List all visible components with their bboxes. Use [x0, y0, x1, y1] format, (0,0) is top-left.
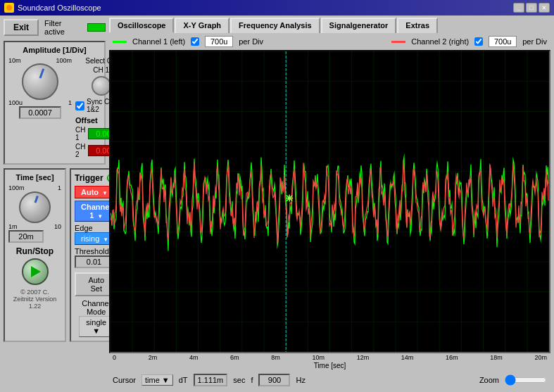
trigger-mode-arrow: ▼	[102, 190, 108, 196]
x-axis-label: Time [sec]	[109, 362, 550, 370]
app-icon	[4, 3, 14, 13]
runstop-title: Run/Stop	[8, 246, 61, 256]
ch1-select-knob[interactable]	[92, 76, 111, 96]
x-axis-labels: 0 2m 4m 6m 8m 10m 12m 14m 16m 18m 20m	[109, 353, 550, 362]
time-knob-wrapper: 100m 1 1m 10	[8, 184, 61, 230]
amp-top-row: 10m 100m 100u 1 Select CH CH 1	[8, 57, 101, 160]
title-bar-left: Soundcard Oszilloscope	[4, 3, 101, 13]
amp-label-tr: 100m	[56, 57, 72, 64]
time-label-tr: 1	[58, 184, 61, 191]
scope-screen[interactable]	[109, 50, 550, 353]
copyright-text: © 2007 C. Zeitnitz Version 1.22	[8, 287, 61, 311]
amplitude-value-input[interactable]	[19, 106, 61, 119]
ch2-label: Channel 2 (right)	[411, 37, 469, 46]
time-label-bl: 1m	[8, 223, 18, 230]
cursor-type-arrow: ▼	[162, 376, 170, 384]
time-value-input[interactable]	[8, 230, 44, 243]
ch1-value-display: 700u	[205, 36, 233, 47]
ch2-per-div-label: per Div	[522, 37, 547, 46]
x-tick-4: 8m	[271, 354, 280, 361]
title-text: Soundcard Oszilloscope	[18, 4, 101, 12]
dt-value: 1.111m	[194, 374, 228, 386]
tab-xy-graph[interactable]: X-Y Graph	[175, 18, 229, 33]
cursor-label: Cursor	[113, 376, 136, 384]
amplitude-knob[interactable]	[22, 63, 58, 100]
x-tick-9: 18m	[490, 354, 503, 361]
amplitude-knob-wrapper: 10m 100m 100u 1	[8, 57, 72, 106]
x-tick-0: 0	[113, 354, 116, 361]
right-panel: Oscilloscope X-Y Graph Frequency Analysi…	[109, 15, 554, 392]
x-tick-3: 6m	[230, 354, 239, 361]
ch1-label: CH 1	[93, 66, 109, 74]
ch1-color-line	[113, 41, 127, 43]
filter-label: Filter active	[44, 19, 82, 36]
x-tick-10: 20m	[534, 354, 547, 361]
time-trigger-row: Time [sec] 100m 1 1m 10 Run/Stop	[4, 168, 106, 342]
dt-label: dT	[179, 376, 188, 384]
amplitude-title: Amplitude [1/Div]	[8, 46, 101, 54]
ch2-offset-label: CH 2	[75, 143, 85, 158]
trigger-mode-label: Auto	[81, 188, 99, 196]
zoom-slider[interactable]	[505, 374, 547, 386]
tab-oscilloscope[interactable]: Oscilloscope	[109, 18, 174, 33]
tab-extras[interactable]: Extras	[397, 18, 438, 33]
sync-checkbox[interactable]	[75, 101, 84, 110]
trigger-channel-label: Channel 1	[81, 203, 111, 220]
cursor-type-dropdown[interactable]: time ▼	[141, 374, 173, 386]
channel-mode-dropdown[interactable]: single ▼	[79, 316, 113, 337]
title-buttons: _ □ ×	[513, 3, 550, 13]
time-title: Time [sec]	[8, 173, 61, 182]
ch1-label: Channel 1 (left)	[132, 37, 185, 46]
title-bar: Soundcard Oszilloscope _ □ ×	[0, 0, 554, 15]
x-tick-6: 12m	[357, 354, 370, 361]
amplitude-knob-indicator	[39, 68, 45, 78]
maximize-button[interactable]: □	[526, 3, 537, 13]
amplitude-knob-area: 10m 100m 100u 1	[8, 57, 72, 119]
left-panel: Exit Filter active Amplitude [1/Div] 10m…	[0, 15, 109, 392]
single-arrow: ▼	[92, 327, 100, 335]
amplitude-panel: Amplitude [1/Div] 10m 100m 100u 1	[4, 41, 106, 165]
dt-unit: sec	[233, 376, 245, 384]
close-button[interactable]: ×	[539, 3, 550, 13]
tabs-row: Oscilloscope X-Y Graph Frequency Analysi…	[109, 18, 550, 33]
exit-button[interactable]: Exit	[4, 19, 39, 36]
amp-label-br: 1	[68, 99, 72, 106]
f-label: f	[251, 376, 253, 384]
amp-label-bl: 100u	[8, 99, 23, 106]
scope-canvas	[111, 51, 549, 352]
time-panel: Time [sec] 100m 1 1m 10 Run/Stop	[4, 168, 66, 342]
tab-frequency-analysis[interactable]: Frequency Analysis	[230, 18, 320, 33]
trigger-title: Trigger	[75, 173, 103, 183]
minimize-button[interactable]: _	[513, 3, 524, 13]
f-value: 900	[258, 374, 290, 386]
time-label-br: 10	[54, 223, 61, 230]
x-tick-1: 2m	[149, 354, 158, 361]
ch1-offset-label: CH 1	[75, 126, 85, 141]
time-knob-indicator	[34, 196, 38, 203]
time-label-tl: 100m	[8, 184, 25, 191]
ch1-checkbox[interactable]	[191, 37, 199, 46]
x-tick-8: 16m	[446, 354, 458, 361]
run-stop-button[interactable]	[22, 258, 49, 285]
exit-filter-row: Exit Filter active	[4, 19, 106, 36]
ch2-checkbox[interactable]	[474, 37, 483, 46]
threshold-input[interactable]	[75, 255, 113, 268]
trigger-mode-button[interactable]: Auto ▼	[75, 186, 114, 198]
runstop-section: Run/Stop	[8, 246, 61, 285]
ch1-per-div-label: per Div	[239, 37, 263, 46]
single-label: single	[86, 318, 106, 327]
amp-label-tl: 10m	[8, 57, 21, 64]
edge-value-label: rising	[81, 234, 99, 243]
time-knob[interactable]	[19, 191, 51, 223]
ch2-color-line	[391, 41, 405, 43]
bottom-bar: Cursor time ▼ dT 1.111m sec f 900 Hz Zoo…	[109, 370, 550, 390]
x-tick-5: 10m	[312, 354, 325, 361]
ch2-value-display: 700u	[489, 36, 517, 47]
filter-indicator	[87, 23, 106, 32]
x-tick-2: 4m	[189, 354, 199, 361]
tab-signalgenerator[interactable]: Signalgenerator	[321, 18, 397, 33]
channel-bar: Channel 1 (left) 700u per Div Channel 2 …	[109, 34, 550, 49]
x-tick-7: 14m	[401, 354, 414, 361]
play-icon	[31, 266, 41, 277]
f-unit: Hz	[296, 376, 305, 384]
